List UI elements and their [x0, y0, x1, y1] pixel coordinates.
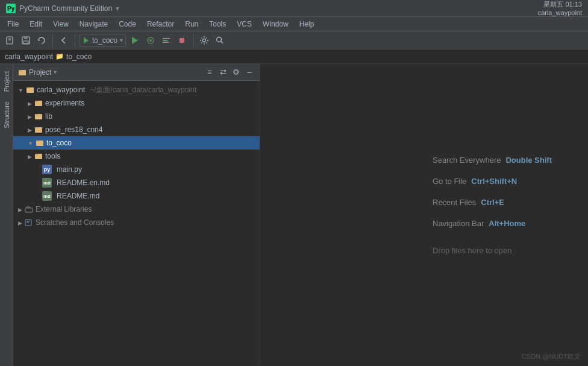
tree-item-experiments[interactable]: experiments	[13, 96, 260, 110]
tree-item-readme-en[interactable]: md README.en.md	[13, 176, 260, 189]
svg-rect-26	[35, 114, 38, 115]
menu-window[interactable]: Window	[258, 19, 293, 30]
menu-code[interactable]: Code	[114, 19, 141, 30]
shortcut-goto-key: Ctrl+Shift+N	[471, 177, 517, 186]
project-panel-arrow[interactable]: ▾	[54, 69, 57, 75]
stop-button[interactable]	[175, 34, 189, 47]
side-tab-project[interactable]: Project	[1, 66, 13, 96]
menu-view[interactable]: View	[48, 19, 74, 30]
project-folder-icon	[18, 68, 27, 77]
editor-area: Search Everywhere Double Shift Go to Fil…	[260, 64, 588, 366]
tree-item-pose[interactable]: pose_res18_cnn4	[13, 123, 260, 136]
tree-item-main-py[interactable]: py main.py	[13, 163, 260, 176]
search-button[interactable]	[213, 34, 227, 47]
panel-sort-icon[interactable]: ⇄	[217, 67, 228, 78]
experiments-folder-icon	[34, 99, 43, 107]
run-config-selector[interactable]: to_coco ▾	[80, 34, 126, 47]
ext-libs-label: External Libraries	[36, 205, 92, 213]
panel-list-icon[interactable]: ≡	[204, 67, 215, 78]
menu-vcs[interactable]: VCS	[232, 19, 257, 30]
scratches-icon	[25, 218, 33, 227]
coverage-button[interactable]	[160, 34, 173, 47]
title-bar-left: Py PyCharm Community Edition ▾	[6, 4, 119, 13]
app-title-arrow[interactable]: ▾	[116, 4, 119, 13]
tools-expand-arrow	[28, 152, 32, 160]
run-config-icon	[83, 37, 90, 44]
breadcrumb-subfolder[interactable]: to_coco	[66, 52, 92, 61]
shortcuts-panel: Search Everywhere Double Shift Go to Fil…	[433, 156, 552, 255]
tree-root-label: carla_waypoint	[37, 86, 85, 94]
svg-rect-7	[23, 41, 28, 43]
menu-run[interactable]: Run	[180, 19, 203, 30]
shortcut-goto-file: Go to File Ctrl+Shift+N	[433, 177, 552, 186]
title-bar: Py PyCharm Community Edition ▾ 星期五 01:13…	[0, 0, 588, 17]
run-button[interactable]	[128, 34, 142, 47]
svg-rect-20	[19, 70, 22, 71]
lib-expand-arrow	[28, 112, 32, 121]
svg-line-18	[221, 41, 224, 43]
tree-root[interactable]: carla_waypoint ~/桌面/carla_data/carla_way…	[13, 83, 260, 96]
menu-navigate[interactable]: Navigate	[75, 19, 113, 30]
menu-edit[interactable]: Edit	[25, 19, 47, 30]
root-expand-arrow	[18, 86, 23, 94]
to-coco-label: to_coco	[46, 139, 72, 147]
shortcut-goto-label: Go to File	[433, 177, 466, 186]
toolbar-save-btn[interactable]	[19, 34, 33, 47]
project-tree: carla_waypoint ~/桌面/carla_data/carla_way…	[13, 81, 260, 366]
toolbar-divider-1	[52, 34, 53, 46]
svg-rect-30	[36, 140, 39, 142]
tree-item-scratches[interactable]: Scratches and Consoles	[13, 216, 260, 229]
menu-file[interactable]: File	[2, 19, 23, 30]
menu-help[interactable]: Help	[295, 19, 319, 30]
tree-item-lib[interactable]: lib	[13, 110, 260, 123]
svg-marker-8	[84, 37, 89, 43]
svg-rect-12	[163, 38, 170, 39]
toolbar-new-btn[interactable]	[4, 34, 17, 47]
ext-libs-icon	[25, 205, 33, 213]
pycharm-icon: Py	[6, 4, 16, 13]
svg-point-11	[149, 39, 152, 42]
project-panel-title: Project	[29, 68, 51, 77]
toolbar-divider-3	[193, 34, 193, 46]
toolbar-sync-btn[interactable]	[35, 34, 48, 47]
breadcrumb-bar: carla_waypoint 📁 to_coco	[0, 49, 588, 64]
shortcut-search-key: Double Shift	[505, 156, 552, 165]
tree-item-to-coco[interactable]: to_coco	[13, 136, 260, 150]
breadcrumb-project[interactable]: carla_waypoint	[5, 52, 53, 61]
settings-button[interactable]	[198, 34, 211, 47]
toolbar-divider-2	[75, 34, 75, 46]
shortcut-search-everywhere: Search Everywhere Double Shift	[433, 156, 552, 165]
watermark-text: CSDN @NUDT欧文	[522, 353, 581, 360]
project-panel-header: Project ▾ ≡ ⇄ ⚙ –	[13, 64, 260, 81]
shortcut-recent-label: Recent Files	[433, 198, 476, 207]
panel-settings-icon[interactable]: ⚙	[231, 67, 242, 78]
project-panel: Project ▾ ≡ ⇄ ⚙ – carla_waypoint ~/桌面/ca…	[13, 64, 260, 366]
breadcrumb-folder-icon: 📁	[55, 52, 64, 60]
drop-files-container: Drop files here to open	[433, 246, 552, 255]
to-coco-expand-arrow	[28, 139, 33, 147]
app-title: PyCharm Community Edition	[19, 4, 112, 13]
tree-item-tools[interactable]: tools	[13, 150, 260, 163]
tools-folder-icon	[34, 152, 43, 160]
tree-item-external-libs[interactable]: External Libraries	[13, 203, 260, 216]
toolbar-back-btn[interactable]	[57, 34, 70, 47]
python-file-icon: py	[42, 165, 52, 174]
menu-bar: File Edit View Navigate Code Refactor Ru…	[0, 17, 588, 31]
svg-point-16	[203, 39, 206, 42]
toolbar: to_coco ▾	[0, 31, 588, 49]
debug-button[interactable]	[144, 34, 157, 47]
svg-rect-33	[25, 208, 33, 212]
project-header-left: Project ▾	[18, 68, 57, 77]
menu-tools[interactable]: Tools	[204, 19, 231, 30]
svg-rect-28	[35, 127, 38, 128]
shortcut-search-label: Search Everywhere	[433, 156, 501, 165]
project-header-right: ≡ ⇄ ⚙ –	[204, 67, 255, 78]
to-coco-folder-icon	[36, 139, 44, 147]
tree-item-readme[interactable]: md README.md	[13, 189, 260, 203]
side-tab-structure[interactable]: Structure	[1, 96, 13, 133]
menu-refactor[interactable]: Refactor	[142, 19, 179, 30]
tools-label: tools	[45, 152, 60, 160]
panel-close-icon[interactable]: –	[244, 67, 255, 78]
svg-marker-9	[132, 37, 138, 44]
title-bar-right: 星期五 01:13 carla_waypoint	[538, 0, 582, 16]
